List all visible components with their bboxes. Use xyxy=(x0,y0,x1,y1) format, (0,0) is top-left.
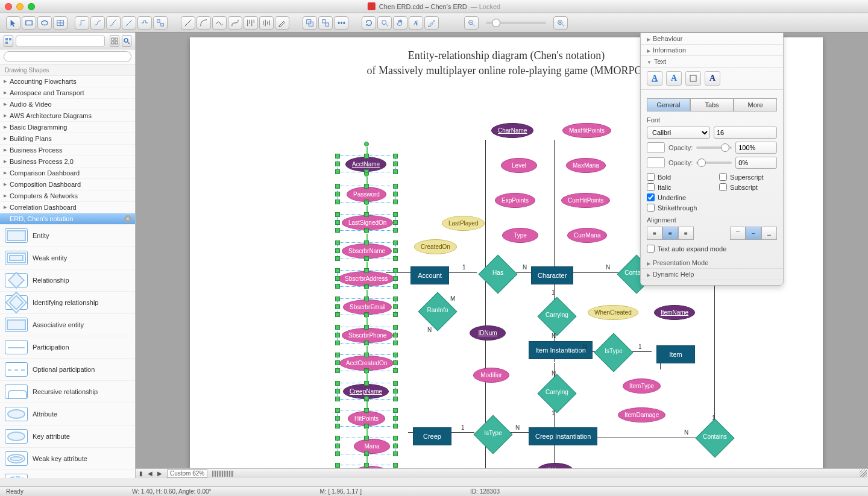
zoom-out-button[interactable] xyxy=(464,16,479,30)
opacity-value-1[interactable] xyxy=(735,142,777,154)
attr-itemdamage[interactable]: ItemDamage xyxy=(618,407,665,422)
connector-tool-2[interactable] xyxy=(90,16,105,30)
stencil-associative-entity[interactable]: Associative entity xyxy=(0,314,135,336)
check-underline[interactable]: Underline xyxy=(647,192,705,202)
zoom-fit-tool[interactable] xyxy=(377,16,392,30)
text-box-icon[interactable] xyxy=(685,71,701,86)
attr-currhitpoints[interactable]: CurrHitPoints xyxy=(561,193,610,208)
text-font-icon[interactable]: A xyxy=(705,71,720,86)
stencil-entity[interactable]: Entity xyxy=(0,225,135,247)
stencil-identifying-relationship[interactable]: Identifying relationship xyxy=(0,292,135,314)
sidebar-item[interactable]: Aerospace and Transport xyxy=(0,87,135,99)
valign-middle-button[interactable]: − xyxy=(746,227,761,240)
attr-maxhitpoints[interactable]: MaxHitPoints xyxy=(562,123,611,138)
opacity-value-2[interactable] xyxy=(735,157,777,169)
tab-more[interactable]: More xyxy=(734,98,777,111)
inspector-section-information[interactable]: Information xyxy=(641,45,783,56)
library-filter-input[interactable] xyxy=(16,36,105,46)
stencil-optional-participation[interactable]: Optional participation xyxy=(0,359,135,381)
line-tool[interactable] xyxy=(181,16,195,30)
inspector-section-help[interactable]: Dynamic Help xyxy=(641,269,783,280)
resize-grip-icon[interactable] xyxy=(860,469,867,477)
search-libraries-button[interactable] xyxy=(122,35,131,47)
spline-tool[interactable] xyxy=(212,16,227,30)
check-italic[interactable]: Italic xyxy=(647,182,705,192)
distribute-tool[interactable] xyxy=(334,16,348,30)
page-navigator[interactable] xyxy=(212,471,234,477)
rel-carrying2[interactable]: Carrying xyxy=(537,385,577,403)
zoom-icon[interactable] xyxy=(28,3,35,10)
align-top-tool[interactable] xyxy=(244,16,258,30)
entity-account[interactable]: Account xyxy=(410,266,449,284)
align-left-button[interactable]: ≡ xyxy=(647,227,662,240)
check-subscript[interactable]: Subscript xyxy=(719,182,777,192)
align-mid-tool[interactable] xyxy=(259,16,274,30)
ellipse-tool[interactable] xyxy=(37,16,52,30)
sidebar-item[interactable]: Composition Dashboard xyxy=(0,179,135,190)
attr-charname[interactable]: CharName xyxy=(491,123,533,138)
arc-tool[interactable] xyxy=(197,16,211,30)
attr-currmana[interactable]: CurrMana xyxy=(567,228,607,243)
table-tool[interactable] xyxy=(53,16,68,30)
text-color-swatch[interactable] xyxy=(647,142,665,153)
shape-search-input[interactable] xyxy=(4,51,131,62)
check-superscript[interactable]: Superscript xyxy=(719,172,777,182)
text-tool[interactable]: A xyxy=(409,16,423,30)
sidebar-item[interactable]: Audio & Video xyxy=(0,99,135,110)
sidebar-item[interactable]: Business Process xyxy=(0,145,135,156)
valign-top-button[interactable]: ⎺ xyxy=(730,227,746,240)
grid-view-button[interactable] xyxy=(110,35,119,47)
zoom-slider[interactable] xyxy=(486,22,546,24)
canvas-area[interactable]: Entity-relationship diagram (Chen's nota… xyxy=(136,33,868,478)
pan-tool[interactable] xyxy=(393,16,407,30)
attr-idnum[interactable]: IDNum xyxy=(470,325,506,341)
zoom-in-button[interactable] xyxy=(553,16,568,30)
stencil-weak-entity[interactable]: Weak entity xyxy=(0,247,135,269)
check-auto-expand[interactable]: Text auto expand mode xyxy=(647,243,777,254)
sidebar-item[interactable]: Business Process 2,0 xyxy=(0,156,135,168)
check-strikethrough[interactable]: Strikethrough xyxy=(647,202,705,213)
text-fill-icon[interactable]: A xyxy=(647,71,662,86)
entity-creep[interactable]: Creep xyxy=(413,427,451,445)
ungroup-tool[interactable] xyxy=(318,16,333,30)
connector-tool-5[interactable] xyxy=(137,16,152,30)
sidebar-item[interactable]: Accounting Flowcharts xyxy=(0,76,135,87)
attr-maxmana[interactable]: MaxMana xyxy=(566,158,606,173)
close-icon[interactable] xyxy=(5,3,12,10)
attr-lastplayed[interactable]: LastPlayed xyxy=(442,216,485,231)
stencil-attribute[interactable]: Attribute xyxy=(0,403,135,425)
opacity-slider-1[interactable] xyxy=(696,146,732,149)
connector-tool-3[interactable] xyxy=(106,16,121,30)
inspector-section-text[interactable]: Text xyxy=(641,56,783,67)
sidebar-item[interactable]: Computers & Networks xyxy=(0,190,135,202)
pointer-tool[interactable] xyxy=(6,16,20,30)
opacity-slider-2[interactable] xyxy=(696,162,732,164)
entity-item[interactable]: Item xyxy=(656,345,695,363)
attr-itemtype[interactable]: ItemType xyxy=(623,378,661,394)
stencil-relationship[interactable]: Relationship xyxy=(0,269,135,292)
rel-istype2[interactable]: IsType xyxy=(473,425,513,444)
stencil-derived-attribute[interactable]: Derived attribute xyxy=(0,470,135,478)
minimize-icon[interactable] xyxy=(16,3,24,10)
stencil-recursive-relationship[interactable]: Recursive relationship xyxy=(0,381,135,403)
sidebar-item[interactable]: Basic Diagramming xyxy=(0,122,135,133)
stencil-participation[interactable]: Participation xyxy=(0,336,135,359)
bg-color-swatch[interactable] xyxy=(647,157,665,168)
eyedropper-tool[interactable] xyxy=(424,16,439,30)
connector-tool-6[interactable] xyxy=(153,16,168,30)
rel-has[interactable]: Has xyxy=(478,265,518,283)
pencil-tool[interactable] xyxy=(275,16,289,30)
sidebar-item[interactable]: Correlation Dashboard xyxy=(0,202,135,213)
sidebar-item-active[interactable]: ERD, Chen's notation × xyxy=(0,213,135,225)
text-highlight-icon[interactable]: A xyxy=(666,71,682,86)
font-size-input[interactable] xyxy=(714,127,777,139)
bezier-tool[interactable] xyxy=(228,16,242,30)
close-library-icon[interactable]: × xyxy=(124,215,131,222)
attr-exppoints[interactable]: ExpPoints xyxy=(495,193,535,208)
group-tool[interactable] xyxy=(303,16,317,30)
attr-level[interactable]: Level xyxy=(501,158,537,173)
entity-creep-instantiation[interactable]: Creep Instantiation xyxy=(529,427,597,445)
connector-tool-1[interactable] xyxy=(75,16,89,30)
stencil-key-attribute[interactable]: Key attribute xyxy=(0,425,135,448)
check-bold[interactable]: Bold xyxy=(647,172,705,182)
